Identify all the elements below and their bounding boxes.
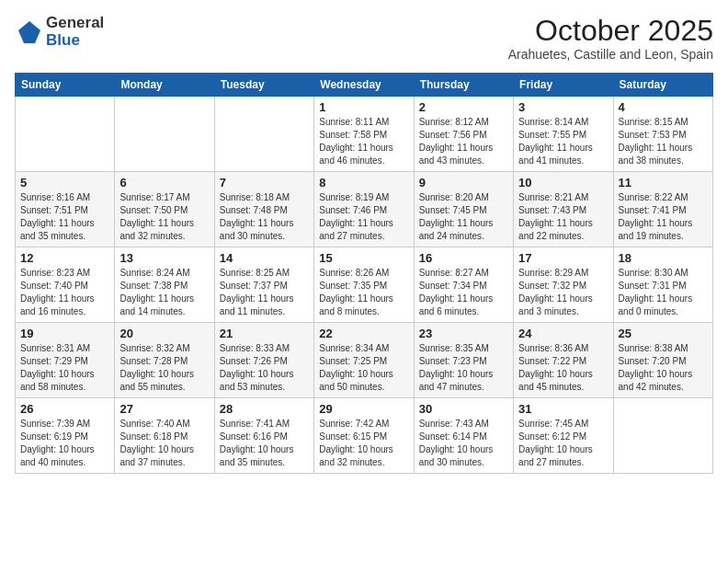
day-info: Sunrise: 8:36 AM Sunset: 7:22 PM Dayligh…	[518, 342, 608, 394]
calendar-cell: 14Sunrise: 8:25 AM Sunset: 7:37 PM Dayli…	[214, 247, 313, 323]
calendar-cell: 20Sunrise: 8:32 AM Sunset: 7:28 PM Dayli…	[115, 323, 214, 398]
calendar-week-4: 19Sunrise: 8:31 AM Sunset: 7:29 PM Dayli…	[16, 323, 713, 398]
day-info: Sunrise: 7:42 AM Sunset: 6:15 PM Dayligh…	[319, 418, 408, 469]
day-info: Sunrise: 8:34 AM Sunset: 7:25 PM Dayligh…	[319, 342, 408, 394]
day-info: Sunrise: 8:24 AM Sunset: 7:38 PM Dayligh…	[119, 267, 209, 318]
day-number: 7	[220, 176, 309, 190]
calendar-table: SundayMondayTuesdayWednesdayThursdayFrid…	[15, 73, 713, 474]
calendar-cell: 2Sunrise: 8:12 AM Sunset: 7:56 PM Daylig…	[414, 97, 513, 172]
calendar-cell: 30Sunrise: 7:43 AM Sunset: 6:14 PM Dayli…	[414, 398, 513, 474]
calendar-week-3: 12Sunrise: 8:23 AM Sunset: 7:40 PM Dayli…	[16, 247, 713, 323]
weekday-header-thursday: Thursday	[414, 74, 513, 97]
calendar-week-1: 1Sunrise: 8:11 AM Sunset: 7:58 PM Daylig…	[16, 97, 713, 172]
day-number: 2	[419, 100, 508, 114]
day-number: 27	[119, 402, 209, 416]
day-number: 30	[419, 402, 508, 416]
day-info: Sunrise: 7:45 AM Sunset: 6:12 PM Dayligh…	[518, 418, 608, 469]
day-number: 25	[619, 327, 708, 340]
location-text: Arahuetes, Castille and Leon, Spain	[508, 47, 713, 62]
calendar-cell: 31Sunrise: 7:45 AM Sunset: 6:12 PM Dayli…	[514, 398, 613, 474]
day-number: 3	[518, 100, 608, 114]
weekday-header-wednesday: Wednesday	[314, 74, 414, 97]
day-number: 14	[220, 251, 309, 265]
day-info: Sunrise: 8:16 AM Sunset: 7:51 PM Dayligh…	[20, 191, 109, 243]
calendar-cell: 7Sunrise: 8:18 AM Sunset: 7:48 PM Daylig…	[214, 172, 313, 247]
logo-blue-text: Blue	[46, 32, 104, 50]
day-info: Sunrise: 8:22 AM Sunset: 7:41 PM Dayligh…	[619, 191, 708, 243]
day-info: Sunrise: 8:30 AM Sunset: 7:31 PM Dayligh…	[619, 267, 708, 318]
day-number: 26	[20, 402, 109, 416]
day-number: 22	[319, 327, 408, 340]
day-number: 29	[319, 402, 408, 416]
day-number: 12	[20, 251, 109, 265]
day-number: 20	[119, 327, 209, 340]
day-number: 13	[119, 251, 209, 265]
calendar-cell: 19Sunrise: 8:31 AM Sunset: 7:29 PM Dayli…	[16, 323, 115, 398]
calendar-cell: 25Sunrise: 8:38 AM Sunset: 7:20 PM Dayli…	[613, 323, 712, 398]
day-number: 16	[419, 251, 508, 265]
day-info: Sunrise: 8:17 AM Sunset: 7:50 PM Dayligh…	[119, 191, 209, 243]
calendar-cell: 13Sunrise: 8:24 AM Sunset: 7:38 PM Dayli…	[115, 247, 214, 323]
day-info: Sunrise: 8:27 AM Sunset: 7:34 PM Dayligh…	[419, 267, 508, 318]
calendar-cell: 23Sunrise: 8:35 AM Sunset: 7:23 PM Dayli…	[414, 323, 513, 398]
calendar-cell: 17Sunrise: 8:29 AM Sunset: 7:32 PM Dayli…	[514, 247, 613, 323]
calendar-cell: 16Sunrise: 8:27 AM Sunset: 7:34 PM Dayli…	[414, 247, 513, 323]
day-number: 19	[20, 327, 109, 340]
logo-icon	[15, 17, 44, 47]
calendar-cell	[613, 398, 712, 474]
calendar-cell	[115, 97, 214, 172]
day-info: Sunrise: 8:21 AM Sunset: 7:43 PM Dayligh…	[518, 191, 608, 243]
calendar-cell: 26Sunrise: 7:39 AM Sunset: 6:19 PM Dayli…	[16, 398, 115, 474]
day-info: Sunrise: 8:31 AM Sunset: 7:29 PM Dayligh…	[20, 342, 109, 394]
day-number: 17	[518, 251, 608, 265]
day-info: Sunrise: 8:20 AM Sunset: 7:45 PM Dayligh…	[419, 191, 508, 243]
day-number: 9	[419, 176, 508, 190]
month-title: October 2025	[508, 15, 713, 47]
day-number: 24	[518, 327, 608, 340]
day-info: Sunrise: 8:26 AM Sunset: 7:35 PM Dayligh…	[319, 267, 408, 318]
weekday-header-tuesday: Tuesday	[214, 74, 313, 97]
calendar-cell: 27Sunrise: 7:40 AM Sunset: 6:18 PM Dayli…	[115, 398, 214, 474]
day-info: Sunrise: 8:11 AM Sunset: 7:58 PM Dayligh…	[319, 116, 408, 167]
calendar-week-2: 5Sunrise: 8:16 AM Sunset: 7:51 PM Daylig…	[16, 172, 713, 247]
calendar-cell	[16, 97, 115, 172]
day-info: Sunrise: 8:15 AM Sunset: 7:53 PM Dayligh…	[619, 116, 708, 167]
weekday-header-friday: Friday	[514, 74, 613, 97]
day-number: 1	[319, 100, 408, 114]
title-section: October 2025 Arahuetes, Castille and Leo…	[508, 15, 713, 62]
calendar-cell: 24Sunrise: 8:36 AM Sunset: 7:22 PM Dayli…	[514, 323, 613, 398]
calendar-cell: 8Sunrise: 8:19 AM Sunset: 7:46 PM Daylig…	[314, 172, 414, 247]
calendar-cell: 1Sunrise: 8:11 AM Sunset: 7:58 PM Daylig…	[314, 97, 414, 172]
page-header: General Blue October 2025 Arahuetes, Cas…	[15, 15, 713, 62]
day-number: 11	[619, 176, 708, 190]
day-info: Sunrise: 7:43 AM Sunset: 6:14 PM Dayligh…	[419, 418, 508, 469]
calendar-cell: 4Sunrise: 8:15 AM Sunset: 7:53 PM Daylig…	[613, 97, 712, 172]
calendar-week-5: 26Sunrise: 7:39 AM Sunset: 6:19 PM Dayli…	[16, 398, 713, 474]
weekday-header-sunday: Sunday	[16, 74, 115, 97]
day-info: Sunrise: 7:39 AM Sunset: 6:19 PM Dayligh…	[20, 418, 109, 469]
day-number: 5	[20, 176, 109, 190]
day-info: Sunrise: 8:29 AM Sunset: 7:32 PM Dayligh…	[518, 267, 608, 318]
day-number: 31	[518, 402, 608, 416]
day-number: 28	[220, 402, 309, 416]
calendar-cell: 11Sunrise: 8:22 AM Sunset: 7:41 PM Dayli…	[613, 172, 712, 247]
calendar-cell: 6Sunrise: 8:17 AM Sunset: 7:50 PM Daylig…	[115, 172, 214, 247]
calendar-header-row: SundayMondayTuesdayWednesdayThursdayFrid…	[16, 74, 713, 97]
day-info: Sunrise: 8:18 AM Sunset: 7:48 PM Dayligh…	[220, 191, 309, 243]
calendar-cell: 10Sunrise: 8:21 AM Sunset: 7:43 PM Dayli…	[514, 172, 613, 247]
calendar-cell: 22Sunrise: 8:34 AM Sunset: 7:25 PM Dayli…	[314, 323, 414, 398]
calendar-cell: 12Sunrise: 8:23 AM Sunset: 7:40 PM Dayli…	[16, 247, 115, 323]
day-number: 21	[220, 327, 309, 340]
day-info: Sunrise: 8:38 AM Sunset: 7:20 PM Dayligh…	[619, 342, 708, 394]
day-info: Sunrise: 7:40 AM Sunset: 6:18 PM Dayligh…	[119, 418, 209, 469]
day-info: Sunrise: 8:12 AM Sunset: 7:56 PM Dayligh…	[419, 116, 508, 167]
svg-marker-0	[18, 21, 40, 43]
calendar-cell	[214, 97, 313, 172]
logo-general-text: General	[46, 15, 104, 32]
day-number: 10	[518, 176, 608, 190]
day-number: 15	[319, 251, 408, 265]
day-info: Sunrise: 8:25 AM Sunset: 7:37 PM Dayligh…	[220, 267, 309, 318]
calendar-cell: 15Sunrise: 8:26 AM Sunset: 7:35 PM Dayli…	[314, 247, 414, 323]
day-number: 6	[119, 176, 209, 190]
calendar-cell: 28Sunrise: 7:41 AM Sunset: 6:16 PM Dayli…	[214, 398, 313, 474]
